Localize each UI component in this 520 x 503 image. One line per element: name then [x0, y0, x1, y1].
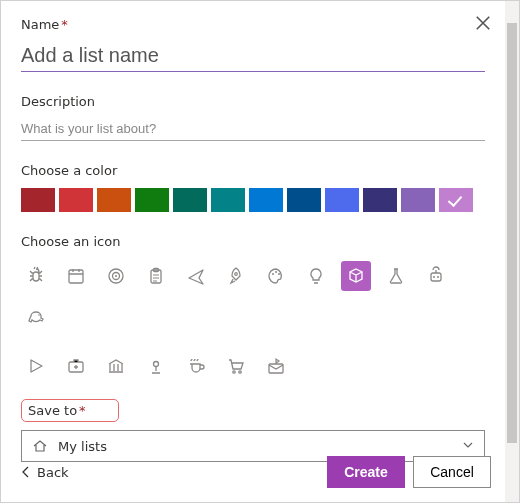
svg-rect-0 — [69, 270, 83, 283]
scrollbar-thumb[interactable] — [507, 23, 517, 443]
play-icon — [26, 356, 46, 376]
name-label: Name* — [21, 17, 485, 32]
svg-point-12 — [437, 276, 439, 278]
calendar-icon — [66, 266, 86, 286]
piggybank-icon — [26, 306, 46, 326]
palette-icon — [266, 266, 286, 286]
svg-point-8 — [275, 271, 277, 273]
home-icon — [32, 438, 48, 454]
close-button[interactable] — [473, 13, 493, 33]
back-label: Back — [37, 465, 69, 480]
svg-point-17 — [239, 371, 241, 373]
choose-icon-label: Choose an icon — [21, 234, 485, 249]
save-to-value: My lists — [58, 439, 107, 454]
location-icon — [146, 356, 166, 376]
color-swatch-teal[interactable] — [211, 188, 245, 212]
color-swatch-blue[interactable] — [249, 188, 283, 212]
icon-option-bank[interactable] — [101, 351, 131, 381]
icon-option-flask[interactable] — [381, 261, 411, 291]
required-mark: * — [79, 403, 86, 418]
mail-icon — [266, 356, 286, 376]
icon-option-bug[interactable] — [21, 261, 51, 291]
cart-icon — [226, 356, 246, 376]
description-label-text: Description — [21, 94, 95, 109]
svg-point-6 — [235, 273, 238, 276]
lightbulb-icon — [306, 266, 326, 286]
bank-icon — [106, 356, 126, 376]
firstaid-icon — [66, 356, 86, 376]
icon-option-airplane[interactable] — [181, 261, 211, 291]
robot-icon — [426, 266, 446, 286]
icon-option-cube[interactable] — [341, 261, 371, 291]
coffee-icon — [186, 356, 206, 376]
flask-icon — [386, 266, 406, 286]
clipboard-icon — [146, 266, 166, 286]
rocket-icon — [226, 266, 246, 286]
icon-option-robot[interactable] — [421, 261, 451, 291]
svg-rect-10 — [431, 273, 441, 281]
save-to-label: Save to* — [21, 399, 119, 422]
cancel-button[interactable]: Cancel — [413, 456, 491, 488]
name-input[interactable] — [21, 38, 485, 72]
icon-option-clipboard[interactable] — [141, 261, 171, 291]
icon-grid — [21, 261, 451, 381]
description-label: Description — [21, 94, 485, 109]
color-swatch-dark-green[interactable] — [173, 188, 207, 212]
color-swatch-red[interactable] — [59, 188, 93, 212]
color-swatch-dark-blue[interactable] — [287, 188, 321, 212]
target-icon — [106, 266, 126, 286]
icon-option-calendar[interactable] — [61, 261, 91, 291]
svg-point-11 — [433, 276, 435, 278]
color-swatch-dark-red[interactable] — [21, 188, 55, 212]
icon-option-piggybank[interactable] — [21, 301, 51, 331]
chevron-down-icon — [462, 439, 474, 454]
svg-point-16 — [233, 371, 235, 373]
icon-option-location[interactable] — [141, 351, 171, 381]
icon-option-rocket[interactable] — [221, 261, 251, 291]
icon-option-palette[interactable] — [261, 261, 291, 291]
required-mark: * — [61, 17, 68, 32]
icon-option-firstaid[interactable] — [61, 351, 91, 381]
icon-option-lightbulb[interactable] — [301, 261, 331, 291]
svg-point-13 — [38, 314, 40, 316]
airplane-icon — [186, 266, 206, 286]
description-input[interactable] — [21, 115, 485, 141]
color-swatch-pink[interactable] — [439, 188, 473, 212]
name-label-text: Name — [21, 17, 59, 32]
icon-option-play[interactable] — [21, 351, 51, 381]
color-swatch-green[interactable] — [135, 188, 169, 212]
color-swatch-purple[interactable] — [401, 188, 435, 212]
svg-point-7 — [272, 273, 274, 275]
color-swatches — [21, 188, 485, 212]
bug-icon — [26, 266, 46, 286]
color-swatch-navy[interactable] — [363, 188, 397, 212]
icon-option-mail[interactable] — [261, 351, 291, 381]
svg-point-3 — [115, 275, 117, 277]
back-button[interactable]: Back — [21, 465, 69, 480]
vertical-scrollbar[interactable] — [505, 1, 519, 502]
choose-color-label: Choose a color — [21, 163, 485, 178]
close-icon — [473, 13, 493, 33]
chevron-left-icon — [21, 466, 31, 478]
color-swatch-indigo[interactable] — [325, 188, 359, 212]
icon-option-coffee[interactable] — [181, 351, 211, 381]
svg-point-15 — [154, 362, 159, 367]
svg-point-9 — [278, 273, 280, 275]
color-swatch-orange[interactable] — [97, 188, 131, 212]
cube-icon — [346, 266, 366, 286]
icon-option-target[interactable] — [101, 261, 131, 291]
create-button[interactable]: Create — [327, 456, 405, 488]
icon-option-cart[interactable] — [221, 351, 251, 381]
